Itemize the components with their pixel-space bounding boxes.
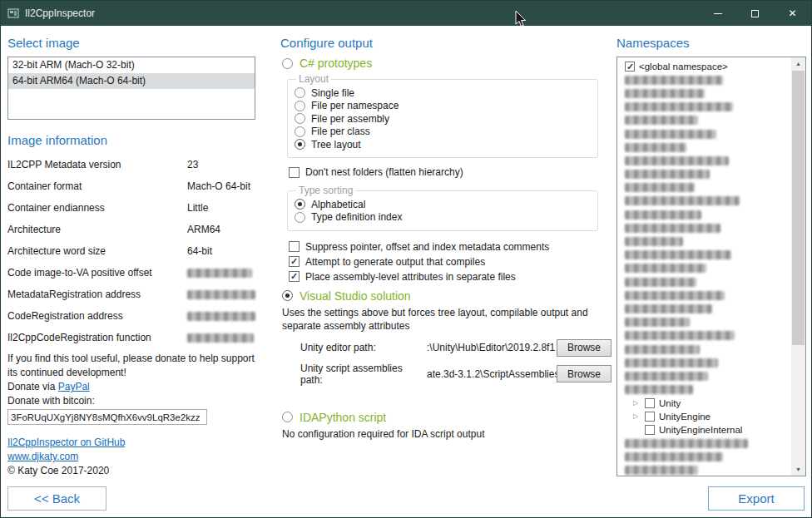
- namespace-row[interactable]: [620, 383, 789, 397]
- namespace-checkbox[interactable]: [645, 398, 655, 408]
- namespace-row[interactable]: [620, 234, 789, 248]
- radio-icon[interactable]: [282, 58, 293, 69]
- namespace-row[interactable]: [620, 450, 789, 463]
- export-button[interactable]: Export: [708, 486, 805, 511]
- namespace-checkbox[interactable]: [625, 62, 635, 72]
- radio-icon[interactable]: [282, 412, 293, 422]
- namespace-row[interactable]: [620, 289, 789, 302]
- namespace-row[interactable]: UnityEngineInternal: [620, 423, 789, 437]
- bitcoin-address-input[interactable]: [7, 409, 207, 425]
- titlebar[interactable]: Il2CppInspector ✕: [1, 1, 811, 26]
- radio-option[interactable]: Tree layout: [295, 139, 589, 150]
- separate-attributes-checkbox[interactable]: Place assembly-level attributes in separ…: [289, 271, 611, 283]
- redacted-namespace: [625, 183, 695, 192]
- namespace-row[interactable]: ▷Unity: [620, 397, 789, 410]
- namespace-row[interactable]: [620, 275, 789, 289]
- redacted-namespace: [625, 224, 720, 233]
- namespaces-heading: Namespaces: [616, 36, 806, 50]
- radio-icon[interactable]: [295, 212, 305, 223]
- redacted-namespace: [625, 358, 718, 368]
- namespace-row[interactable]: [620, 181, 789, 195]
- scrollbar-thumb[interactable]: [792, 71, 805, 345]
- namespace-row[interactable]: [620, 329, 789, 343]
- namespace-row[interactable]: [620, 464, 789, 476]
- radio-icon[interactable]: [295, 139, 305, 150]
- suppress-comments-label: Suppress pointer, offset and index metad…: [305, 241, 549, 253]
- namespace-row[interactable]: [620, 437, 789, 450]
- scroll-up-icon[interactable]: ▲: [791, 57, 805, 70]
- configure-output-heading: Configure output: [280, 36, 611, 50]
- github-link[interactable]: Il2CppInspector on GitHub: [7, 437, 125, 448]
- radio-icon[interactable]: [295, 199, 305, 210]
- namespace-row[interactable]: [620, 316, 789, 329]
- namespace-row[interactable]: [620, 356, 789, 369]
- separate-attributes-label: Place assembly-level attributes in separ…: [305, 271, 516, 283]
- website-link[interactable]: www.djkaty.com: [7, 451, 78, 462]
- maximize-button[interactable]: [736, 1, 774, 26]
- generate-compiles-checkbox[interactable]: Attempt to generate output that compiles: [289, 256, 611, 268]
- radio-option[interactable]: Alphabetical: [295, 199, 589, 210]
- radio-icon[interactable]: [295, 87, 305, 98]
- namespace-scrollbar[interactable]: ▲ ▼: [791, 57, 805, 476]
- namespace-checkbox[interactable]: [645, 412, 655, 422]
- flatten-checkbox[interactable]: Don't nest folders (flatten hierarchy): [289, 166, 611, 178]
- scroll-down-icon[interactable]: ▼: [791, 463, 805, 476]
- expander-icon[interactable]: ▷: [633, 399, 641, 407]
- checkbox-icon[interactable]: [289, 241, 300, 252]
- expander-icon[interactable]: ▷: [633, 412, 641, 420]
- info-label: CodeRegistration address: [7, 310, 187, 322]
- namespace-row[interactable]: [620, 141, 789, 154]
- radio-icon[interactable]: [295, 126, 305, 137]
- radio-icon[interactable]: [282, 290, 293, 301]
- browse-assemblies-button[interactable]: Browse: [557, 365, 611, 382]
- checkbox-icon[interactable]: [289, 271, 300, 282]
- namespace-checkbox[interactable]: [645, 425, 655, 435]
- namespace-row[interactable]: [620, 127, 789, 141]
- csharp-prototypes-radio[interactable]: C# prototypes: [282, 57, 611, 70]
- namespace-row[interactable]: ▷UnityEngine: [620, 410, 789, 423]
- checkbox-icon[interactable]: [289, 167, 300, 178]
- radio-option[interactable]: Type definition index: [295, 211, 589, 223]
- namespace-row[interactable]: [620, 114, 789, 127]
- image-list-item[interactable]: 32-bit ARM (Mach-O 32-bit): [8, 57, 255, 73]
- namespace-row[interactable]: <global namespace>: [620, 60, 789, 73]
- namespace-row[interactable]: [620, 221, 789, 234]
- radio-icon[interactable]: [295, 113, 305, 124]
- namespace-row[interactable]: [620, 101, 789, 114]
- idapython-radio[interactable]: IDAPython script: [282, 411, 611, 424]
- image-list[interactable]: 32-bit ARM (Mach-O 32-bit)64-bit ARM64 (…: [7, 57, 255, 120]
- info-value: ARM64: [187, 224, 220, 235]
- namespace-row[interactable]: [620, 249, 789, 262]
- redacted-value: [187, 333, 254, 343]
- namespace-list[interactable]: <global namespace>▷Unity▷UnityEngineUnit…: [616, 57, 806, 476]
- namespace-row[interactable]: [620, 343, 789, 356]
- radio-option[interactable]: File per class: [295, 126, 589, 137]
- suppress-comments-checkbox[interactable]: Suppress pointer, offset and index metad…: [289, 241, 611, 253]
- redacted-namespace: [625, 452, 723, 461]
- namespace-row[interactable]: [620, 208, 789, 221]
- radio-option[interactable]: File per assembly: [295, 113, 589, 125]
- namespace-row[interactable]: [620, 73, 789, 86]
- radio-label: Single file: [311, 87, 354, 99]
- redacted-namespace: [625, 130, 716, 139]
- redacted-namespace: [625, 143, 686, 152]
- namespace-row[interactable]: [620, 195, 789, 208]
- radio-option[interactable]: File per namespace: [295, 100, 589, 111]
- image-list-item[interactable]: 64-bit ARM64 (Mach-O 64-bit): [8, 73, 255, 89]
- radio-label: File per assembly: [311, 113, 389, 125]
- namespace-row[interactable]: [620, 86, 789, 100]
- close-button[interactable]: ✕: [774, 1, 811, 26]
- radio-option[interactable]: Single file: [295, 87, 589, 99]
- namespace-row[interactable]: [620, 154, 789, 167]
- namespace-row[interactable]: [620, 302, 789, 315]
- checkbox-icon[interactable]: [289, 256, 300, 267]
- namespace-row[interactable]: [620, 369, 789, 382]
- namespace-row[interactable]: [620, 168, 789, 181]
- back-button[interactable]: << Back: [7, 486, 106, 511]
- paypal-link[interactable]: PayPal: [58, 381, 90, 392]
- browse-editor-button[interactable]: Browse: [557, 339, 611, 357]
- minimize-button[interactable]: [699, 1, 736, 26]
- visual-studio-radio[interactable]: Visual Studio solution: [282, 289, 611, 303]
- radio-icon[interactable]: [295, 101, 305, 111]
- namespace-row[interactable]: [620, 262, 789, 275]
